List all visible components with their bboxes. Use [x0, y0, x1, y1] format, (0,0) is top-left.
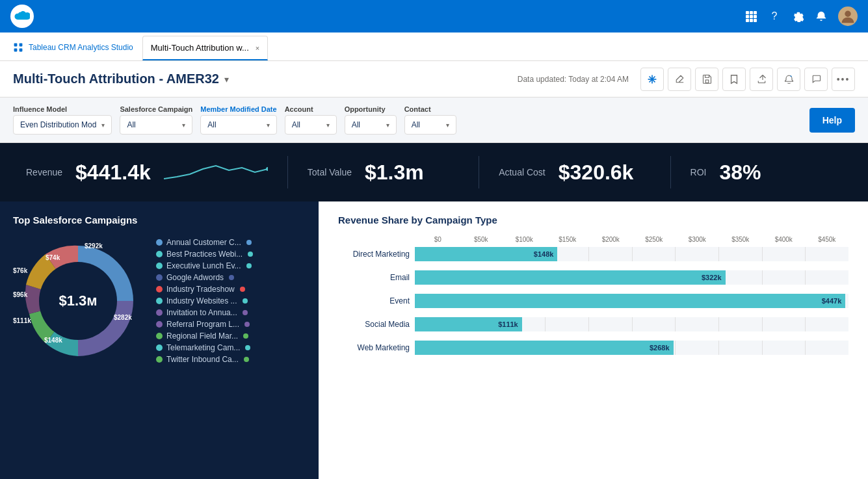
influence-model-value: Even Distribution Mod: [20, 120, 96, 129]
more-icon: •••: [837, 74, 850, 84]
user-avatar[interactable]: [838, 6, 858, 26]
bar-label: Email: [338, 273, 410, 282]
member-modified-select[interactable]: All ▾: [200, 115, 276, 135]
top-nav: ?: [0, 0, 868, 32]
bar-track: $268k: [415, 341, 848, 355]
bar-value: $148k: [534, 250, 554, 258]
salesforce-logo[interactable]: [10, 5, 34, 28]
metric-actual-cost: Actual Cost $320.6k: [499, 161, 650, 185]
axis-label: $200k: [589, 236, 633, 243]
bar-track: $447k: [415, 294, 848, 308]
tab-close-icon[interactable]: ×: [256, 44, 259, 52]
axis-label: $150k: [546, 236, 590, 243]
bell-icon[interactable]: [815, 10, 828, 23]
page-header: Multi-Touch Attribution - AMER32 ▾ Data …: [0, 61, 868, 97]
legend-dot: [156, 274, 163, 281]
settings-icon[interactable]: [791, 10, 804, 23]
donut-label-111k: $111k: [13, 317, 31, 324]
contact-select[interactable]: All ▾: [404, 115, 456, 135]
bar-value: $322k: [702, 274, 722, 281]
metric-total-value: Total Value $1.3m: [308, 161, 459, 185]
right-panel-title: Revenue Share by Campaign Type: [338, 214, 848, 226]
svg-rect-20: [705, 75, 709, 78]
home-tab-icon: [13, 42, 23, 53]
influence-model-select[interactable]: Even Distribution Mod ▾: [13, 115, 112, 135]
divider-2: [479, 156, 479, 188]
svg-rect-1: [750, 11, 753, 14]
bar-chart: $0$50k$100k$150k$200k$250k$300k$350k$400…: [338, 236, 848, 355]
tab-home[interactable]: Tableau CRM Analytics Studio: [5, 36, 141, 60]
legend-color-dot: [243, 298, 248, 304]
filter-account: Account All ▾: [285, 105, 337, 135]
revenue-label: Revenue: [26, 167, 62, 177]
comment-button[interactable]: [804, 68, 828, 91]
actual-cost-value: $320.6k: [559, 161, 634, 185]
title-dropdown-icon[interactable]: ▾: [224, 74, 229, 84]
more-button[interactable]: •••: [832, 68, 855, 91]
notify-button[interactable]: [777, 68, 800, 91]
legend-dot: [156, 333, 163, 339]
left-panel: Top Salesforce Campaigns: [0, 201, 319, 479]
svg-rect-7: [750, 19, 753, 22]
donut-label-292k: $292k: [85, 242, 103, 250]
legend-color-dot: [243, 310, 248, 315]
bar-row: Email$322k: [338, 270, 848, 285]
total-value-label: Total Value: [308, 167, 352, 177]
apps-icon[interactable]: [744, 10, 757, 23]
account-select[interactable]: All ▾: [285, 115, 337, 135]
bar-label: Event: [338, 296, 410, 305]
legend-item-label: Industry Tradeshow: [166, 285, 235, 294]
bar-track: $322k: [415, 270, 848, 285]
help-button[interactable]: Help: [809, 108, 855, 133]
legend-dot: [156, 263, 163, 269]
contact-chevron: ▾: [446, 122, 449, 129]
filter-influence-model: Influence Model Even Distribution Mod ▾: [13, 105, 112, 135]
bar-fill: $447k: [415, 294, 845, 308]
bookmark-button[interactable]: [722, 68, 746, 91]
bar-value: $268k: [650, 344, 670, 352]
active-tab-label: Multi-Touch Attribution w...: [151, 43, 249, 53]
bar-value: $447k: [822, 297, 842, 305]
legend-dot: [156, 239, 163, 246]
tab-active[interactable]: Multi-Touch Attribution w... ×: [142, 36, 268, 60]
svg-rect-6: [746, 19, 749, 22]
roi-value: 38%: [719, 161, 761, 185]
donut-chart: $292k $282k $148k $111k $96k $76k $74k $…: [13, 236, 143, 366]
donut-label-74k: $74k: [46, 254, 60, 261]
axis-label: $350k: [719, 236, 763, 243]
snowflake-button[interactable]: [640, 68, 664, 91]
account-label: Account: [285, 105, 337, 113]
legend-item: Invitation to Annua...: [156, 308, 253, 317]
svg-rect-14: [20, 49, 23, 52]
salesforce-campaign-chevron: ▾: [182, 122, 185, 129]
page-title: Multi-Touch Attribution - AMER32: [13, 71, 219, 86]
donut-label-76k: $76k: [13, 267, 27, 274]
help-nav-icon[interactable]: ?: [768, 10, 781, 23]
influence-model-chevron: ▾: [101, 122, 105, 129]
legend-item-label: Best Practices Webi...: [166, 250, 243, 259]
legend-item: Annual Customer C...: [156, 238, 253, 247]
legend-item-label: Regional Field Mar...: [166, 331, 238, 341]
salesforce-campaign-select[interactable]: All ▾: [120, 115, 192, 135]
nav-right: ?: [744, 6, 858, 26]
save-button[interactable]: [695, 68, 718, 91]
filter-opportunity: Opportunity All ▾: [345, 105, 397, 135]
legend-item-label: Industry Websites ...: [166, 296, 237, 305]
opportunity-select[interactable]: All ▾: [345, 115, 397, 135]
share-button[interactable]: [750, 68, 773, 91]
svg-point-10: [845, 11, 850, 17]
sparkline-chart: [164, 156, 268, 188]
svg-rect-5: [754, 15, 757, 18]
legend-dot: [156, 286, 163, 292]
svg-rect-0: [746, 11, 749, 14]
divider-3: [670, 156, 671, 188]
bar-fill: $322k: [415, 270, 726, 285]
roi-label: ROI: [690, 167, 707, 177]
bar-rows: Direct Marketing$148kEmail$322kEvent$447…: [338, 247, 848, 355]
revenue-value: $441.4k: [75, 161, 151, 185]
edit-button[interactable]: [668, 68, 691, 91]
donut-section: $292k $282k $148k $111k $96k $76k $74k $…: [13, 236, 306, 366]
legend-color-dot: [243, 333, 248, 339]
legend-dot: [156, 321, 163, 328]
svg-rect-4: [750, 15, 753, 18]
